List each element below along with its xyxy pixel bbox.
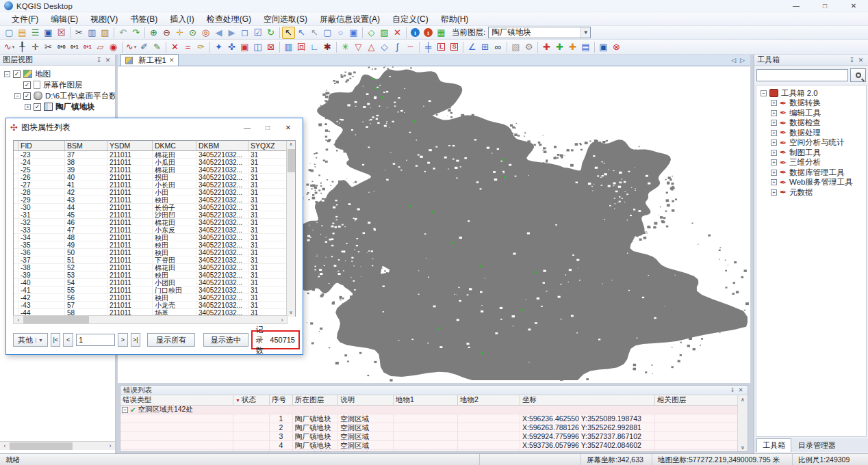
copy-button[interactable]: ▥ <box>86 27 99 39</box>
nested-rect-button[interactable]: 回 <box>295 41 308 53</box>
expander-plus-icon[interactable]: + <box>771 179 777 185</box>
tree-item-数据转换[interactable]: +✒数据转换 <box>756 98 866 109</box>
column-header-SYQXZ[interactable]: SYQXZ <box>248 141 288 150</box>
tree-item-三维分析[interactable]: +✒三维分析 <box>756 158 866 168</box>
add-node-red-button[interactable]: ✚ <box>540 41 553 53</box>
rectangle-diagonal-button[interactable]: ⊠ <box>264 41 277 53</box>
menu-item-9[interactable]: 帮助(H) <box>435 12 475 26</box>
menu-item-6[interactable]: 空间选取(S) <box>257 12 314 26</box>
table-row[interactable]: -3650211011秧田3405221032...31 <box>14 249 295 256</box>
table-row[interactable]: -3953211011秧田3405221032...31 <box>14 271 295 279</box>
scroll-down-icon[interactable]: ∨ <box>289 310 292 315</box>
layer-checkbox[interactable]: ✓ <box>23 92 31 100</box>
curve-tool-button[interactable]: ∫ <box>391 41 404 53</box>
attribute-hscrollbar[interactable]: ‹ › <box>13 315 288 324</box>
attribute-table-button[interactable]: ▦ <box>435 27 448 39</box>
measure-ticks-button[interactable]: ╪ <box>422 41 435 53</box>
dialog-maximize-button[interactable]: □ <box>257 124 278 131</box>
tree-item-工具箱 2.0[interactable]: −工具箱 2.0 <box>756 88 866 98</box>
table-row[interactable]: -2640211011拐田3405221032...31 <box>14 174 295 181</box>
expander-plus-icon[interactable]: + <box>771 170 777 176</box>
table-row[interactable]: -2539211011棉花田3405221032...31 <box>14 166 295 174</box>
refresh-button[interactable]: ↻ <box>264 27 277 39</box>
dialog-minimize-button[interactable]: — <box>237 124 257 131</box>
zoom-in-button[interactable]: ⊕ <box>147 27 160 39</box>
column-header-YSDM[interactable]: YSDM <box>107 141 153 150</box>
table-row[interactable]: -2337211011棉花田3405221032...31 <box>14 151 295 159</box>
zoom-selection-button[interactable]: ◎ <box>199 27 212 39</box>
record-number-input[interactable]: 1 <box>76 334 115 346</box>
intersect-points-button[interactable]: ✳ <box>339 41 352 53</box>
tree-item-数据库管理工具[interactable]: +✒数据库管理工具 <box>756 168 866 178</box>
pointer-tool-button[interactable]: ↖ <box>282 27 295 39</box>
tab-project[interactable]: 新工程1 ✕ <box>120 54 179 66</box>
tree-item-空间分析与统计[interactable]: +✒空间分析与统计 <box>756 138 866 148</box>
scroll-right-icon[interactable]: › <box>277 317 287 323</box>
dotted-ruler-button[interactable]: ┄ <box>404 41 417 53</box>
cut-polygon-button[interactable]: ✎ <box>151 41 164 53</box>
table-row[interactable]: -3852211011棉花田3405221032...31 <box>14 264 295 271</box>
tree-item-数据处理[interactable]: +✒数据处理 <box>756 128 866 138</box>
current-layer-combobox[interactable]: 陶厂镇地块 ▼ <box>488 27 591 38</box>
expander-plus-icon[interactable]: + <box>771 140 777 146</box>
cut-button[interactable]: ✂ <box>73 27 86 39</box>
clear-selection-button[interactable]: ✕ <box>391 27 404 39</box>
select-circle-button[interactable]: ○ <box>334 27 347 39</box>
label-l-button[interactable]: L <box>435 41 448 53</box>
error-group-row[interactable]: −✔空洞区域共142处 <box>120 406 748 414</box>
mirror-feature-button[interactable]: ◫ <box>251 41 264 53</box>
dialog-close-button[interactable]: ✕ <box>278 124 298 131</box>
merge-0-0-button[interactable]: 0+0 <box>55 41 68 53</box>
close-document-button[interactable]: ☒ <box>55 27 68 39</box>
dialog-title-bar[interactable]: ✣ 图块属性列表 — □ ✕ <box>6 118 303 136</box>
table-row[interactable]: -4256211011秧田3405221032...31 <box>14 294 295 302</box>
show-selected-button[interactable]: 显示选中 <box>203 333 248 347</box>
attribute-vscrollbar[interactable]: ∧ ∨ <box>286 141 295 316</box>
label-s-button[interactable]: S <box>448 41 461 53</box>
scrollbar-thumb[interactable] <box>288 149 295 172</box>
layer-checkbox[interactable]: ✓ <box>34 103 41 111</box>
scroll-up-icon[interactable]: ∧ <box>289 142 292 147</box>
menu-item-2[interactable]: 视图(V) <box>84 12 124 26</box>
identify-button[interactable]: i <box>409 27 422 39</box>
maximize-button[interactable]: □ <box>810 0 839 12</box>
close-icon[interactable]: ✕ <box>737 387 745 393</box>
tree-item-陶厂镇地块[interactable]: +✓陶厂镇地块 <box>0 101 115 112</box>
tab-close-icon[interactable]: ✕ <box>169 57 175 64</box>
axis-tool-button[interactable]: ∟ <box>308 41 321 53</box>
tree-item-制图工具[interactable]: +✒制图工具 <box>756 148 866 158</box>
chevron-down-icon[interactable]: ▼ <box>580 27 590 38</box>
column-header-DKMC[interactable]: DKMC <box>153 141 196 150</box>
column-header-FID[interactable]: FID <box>18 141 65 150</box>
tree-item-屏幕作图层[interactable]: ✓屏幕作图层 <box>0 79 115 90</box>
tree-item-地图[interactable]: −✓地图 <box>0 68 115 79</box>
vertex-edit-button[interactable]: ╀ <box>16 41 29 53</box>
expander-minus-icon[interactable]: − <box>761 90 767 96</box>
tree-item-数据检查[interactable]: +✒数据检查 <box>756 118 866 129</box>
zoom-full-button[interactable]: ⊙ <box>186 27 199 39</box>
table-row[interactable]: -3145211011沙田凹3405221032...31 <box>14 211 295 219</box>
menu-item-0[interactable]: 文件(F) <box>5 12 44 26</box>
select-screen-button[interactable]: ▣ <box>347 27 360 39</box>
scroll-left-icon[interactable]: ‹ <box>0 442 10 449</box>
other-button[interactable]: 其他▼ <box>13 333 48 347</box>
expander-plus-icon[interactable]: + <box>25 104 31 110</box>
column-header-DKBM[interactable]: DKBM <box>196 141 248 150</box>
pan-feature-button[interactable]: ✜ <box>225 41 238 53</box>
split-feature-button[interactable]: ✂ <box>42 41 55 53</box>
expander-minus-icon[interactable]: − <box>4 71 10 77</box>
table-row[interactable]: -3044211011长份子3405221032...31 <box>14 204 295 211</box>
last-record-button[interactable]: >| <box>131 333 140 347</box>
sketch-tool-button[interactable]: ∿▾ <box>3 41 16 53</box>
zoom-out-button[interactable]: ⊖ <box>160 27 173 39</box>
deselect-feature-button[interactable]: ↖ <box>308 27 321 39</box>
table-row[interactable]: -3448211011秧田3405221032...31 <box>14 234 295 241</box>
table-row[interactable]: -2943211011秧田3405221032...31 <box>14 196 295 204</box>
snap-center-button[interactable]: ◉ <box>107 41 120 53</box>
expander-plus-icon[interactable]: + <box>771 159 777 165</box>
identify-error-button[interactable]: i <box>422 27 435 39</box>
delete-feature-button[interactable]: ✕ <box>168 41 181 53</box>
style-brush-button[interactable]: ✑ <box>194 41 207 53</box>
scrollbar-thumb[interactable] <box>23 316 89 323</box>
error-row[interactable]: 5陶厂镇地块空洞区域X:592674.062006 Y:3527402.4211… <box>120 450 748 452</box>
